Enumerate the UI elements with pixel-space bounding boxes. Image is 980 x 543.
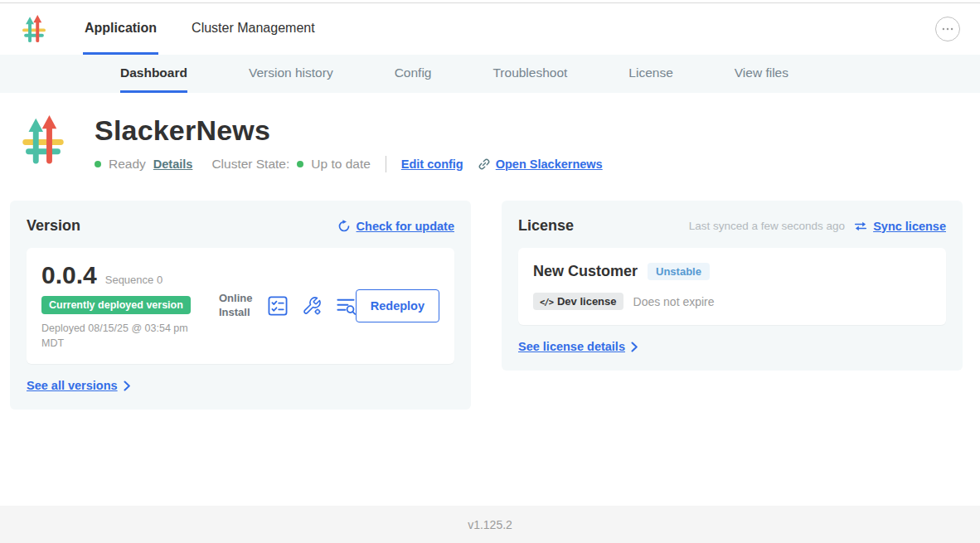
subnav-version-history-label: Version history xyxy=(249,65,333,80)
wrench-gear-icon[interactable] xyxy=(302,296,322,316)
more-menu-button[interactable] xyxy=(935,17,960,41)
current-version-panel: 0.0.4 Sequence 0 Currently deployed vers… xyxy=(27,248,454,364)
refresh-icon xyxy=(337,220,351,233)
view-logs-search-icon[interactable] xyxy=(336,296,356,316)
chevron-right-icon xyxy=(631,342,638,352)
version-action-icons xyxy=(268,296,356,316)
subnav-item-version-history[interactable]: Version history xyxy=(249,55,333,93)
subnav-config-label: Config xyxy=(395,65,432,80)
install-type-label: Online Install xyxy=(219,292,255,320)
app-subnav: Dashboard Version history Config Trouble… xyxy=(0,55,980,93)
cluster-state-label: Cluster State: xyxy=(211,157,289,172)
license-card-header-right: Last synced a few seconds ago Sync licen… xyxy=(689,220,946,233)
see-all-versions-label[interactable]: See all versions xyxy=(27,379,118,392)
license-card-title: License xyxy=(518,217,574,235)
slackernews-logo-svg xyxy=(20,15,48,43)
chevron-right-icon xyxy=(124,381,130,391)
code-brackets-icon: </> xyxy=(540,297,553,307)
last-synced-text: Last synced a few seconds ago xyxy=(689,220,845,232)
license-card-header: License Last synced a few seconds ago Sy… xyxy=(518,217,946,235)
see-license-details-label[interactable]: See license details xyxy=(518,340,625,353)
license-card: License Last synced a few seconds ago Sy… xyxy=(502,201,963,371)
app-summary: SlackerNews Ready Details Cluster State:… xyxy=(0,93,980,172)
subnav-dashboard-label: Dashboard xyxy=(120,65,187,80)
license-type-row: </> Dev license Does not expire xyxy=(533,293,931,310)
details-link[interactable]: Details xyxy=(153,158,193,171)
cluster-status-dot-icon xyxy=(297,161,303,167)
slackernews-app-icon-svg xyxy=(18,114,68,166)
redeploy-button[interactable]: Redeploy xyxy=(356,289,439,322)
subnav-license-label: License xyxy=(628,65,672,80)
app-summary-text: SlackerNews Ready Details Cluster State:… xyxy=(95,114,603,172)
deployed-status-badge: Currently deployed version xyxy=(41,296,191,314)
console-version: v1.125.2 xyxy=(468,518,512,531)
dashboard-main: SlackerNews Ready Details Cluster State:… xyxy=(0,93,980,410)
dashboard-cards: Version Check for update 0.0.4 Sequ xyxy=(0,201,980,410)
app-status-text: Ready xyxy=(109,157,146,172)
primary-tabs: Application Cluster Management xyxy=(83,3,317,55)
check-for-update-label[interactable]: Check for update xyxy=(357,220,454,233)
ellipsis-icon xyxy=(942,27,953,31)
top-header-bar: Application Cluster Management xyxy=(0,3,980,55)
sync-arrows-icon xyxy=(854,221,867,232)
subnav-item-license[interactable]: License xyxy=(628,55,672,93)
console-footer: v1.125.2 xyxy=(0,506,980,543)
version-info: 0.0.4 Sequence 0 Currently deployed vers… xyxy=(41,261,217,351)
version-sequence: Sequence 0 xyxy=(105,274,163,286)
cluster-state-value: Up to date xyxy=(311,157,371,172)
version-card-title: Version xyxy=(27,217,80,235)
subnav-view-files-label: View files xyxy=(735,65,788,80)
license-panel: New Customer Unstable </> Dev license Do… xyxy=(518,248,946,325)
subnav-item-view-files[interactable]: View files xyxy=(735,55,788,93)
tab-application[interactable]: Application xyxy=(83,3,158,55)
version-card-header: Version Check for update xyxy=(27,217,454,235)
subnav-item-dashboard[interactable]: Dashboard xyxy=(120,55,187,93)
channel-badge: Unstable xyxy=(648,263,710,280)
deployed-timestamp: Deployed 08/15/25 @ 03:54 pm MDT xyxy=(41,322,197,351)
license-customer-row: New Customer Unstable xyxy=(533,263,931,280)
version-card: Version Check for update 0.0.4 Sequ xyxy=(10,201,471,410)
tab-application-label: Application xyxy=(85,21,157,36)
version-number: 0.0.4 xyxy=(41,261,97,289)
see-all-versions-link[interactable]: See all versions xyxy=(27,379,130,392)
slackernews-app-icon xyxy=(18,114,68,166)
check-for-update-link[interactable]: Check for update xyxy=(337,220,454,233)
edit-config-link[interactable]: Edit config xyxy=(401,158,463,171)
license-expiration: Does not expire xyxy=(633,295,715,308)
subnav-troubleshoot-label: Troubleshoot xyxy=(492,65,567,80)
link-icon xyxy=(478,158,491,171)
app-status-dot-icon xyxy=(95,161,101,167)
app-title: SlackerNews xyxy=(95,114,603,147)
version-number-row: 0.0.4 Sequence 0 xyxy=(41,261,217,289)
license-type-badge: </> Dev license xyxy=(533,293,623,310)
customer-name: New Customer xyxy=(533,263,638,280)
preflight-checklist-icon[interactable] xyxy=(268,296,288,316)
sync-license-link[interactable]: Sync license xyxy=(873,220,946,233)
tab-cluster-management[interactable]: Cluster Management xyxy=(190,3,317,55)
open-app-link-label[interactable]: Open Slackernews xyxy=(496,158,603,171)
license-type-label: Dev license xyxy=(557,295,617,308)
see-license-details-link[interactable]: See license details xyxy=(518,340,638,353)
status-divider xyxy=(386,156,386,172)
tab-cluster-management-label: Cluster Management xyxy=(192,21,315,36)
slackernews-logo-icon xyxy=(20,15,48,43)
subnav-item-troubleshoot[interactable]: Troubleshoot xyxy=(492,55,567,93)
open-app-link[interactable]: Open Slackernews xyxy=(478,158,603,171)
subnav-item-config[interactable]: Config xyxy=(395,55,432,93)
app-status-row: Ready Details Cluster State: Up to date … xyxy=(95,156,603,172)
